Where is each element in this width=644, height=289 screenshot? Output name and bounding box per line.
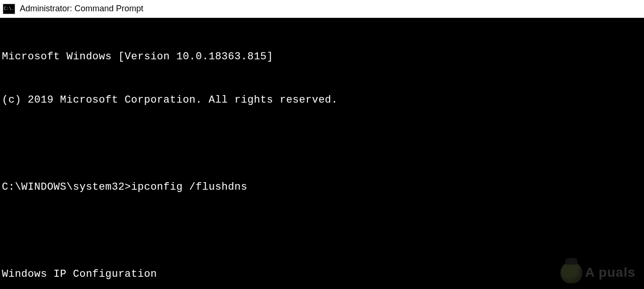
terminal-line: Windows IP Configuration (2, 267, 642, 282)
terminal-area[interactable]: Microsoft Windows [Version 10.0.18363.81… (0, 18, 644, 289)
watermark: A puals (561, 262, 636, 283)
terminal-line (2, 224, 642, 238)
window-title: Administrator: Command Prompt (20, 4, 143, 14)
terminal-line: Microsoft Windows [Version 10.0.18363.81… (2, 50, 642, 64)
terminal-line: C:\WINDOWS\system32>ipconfig /flushdns (2, 180, 642, 195)
watermark-logo-icon (561, 262, 582, 283)
watermark-text: A puals (585, 265, 636, 280)
cmd-icon: C:\. (3, 4, 15, 14)
title-bar[interactable]: C:\. Administrator: Command Prompt (0, 0, 644, 18)
terminal-line: (c) 2019 Microsoft Corporation. All righ… (2, 93, 642, 108)
terminal-line (2, 136, 642, 151)
